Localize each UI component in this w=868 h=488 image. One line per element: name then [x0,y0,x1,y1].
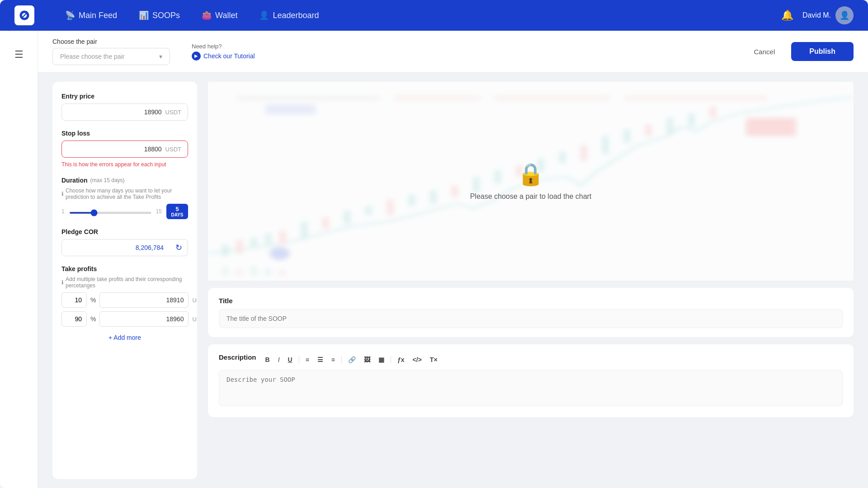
duration-label: Duration (max 15 days) [61,177,188,184]
help-label: Need help? [192,43,255,50]
entry-price-currency: USDT [165,109,181,116]
take-profits-group: Take profits ℹ Add multiple take profits… [61,265,188,345]
publish-button[interactable]: Publish [791,42,854,61]
nav-label-soops: SOOPs [152,11,180,20]
add-more-button[interactable]: + Add more [61,330,188,345]
toolbar-formula-button[interactable]: ƒx [396,355,406,364]
nav-item-soops[interactable]: 📊 SOOPs [130,7,189,24]
chart-lock-text: Please choose a pair to load the chart [470,192,592,201]
duration-slider[interactable] [69,212,151,214]
lock-icon: 🔒 [517,162,544,187]
duration-group: Duration (max 15 days) ℹ Choose how many… [61,177,188,219]
stop-loss-input[interactable]: 18800 USDT [61,141,188,158]
tp-percent-input-1[interactable] [61,292,87,308]
toolbar-underline-button[interactable]: U [286,355,294,364]
title-section-label: Title [219,297,843,305]
toolbar-justify-button[interactable]: ≡ [330,355,337,364]
user-menu[interactable]: David M. 👤 [802,6,854,24]
take-profits-sublabel: ℹ Add multiple take profits and their co… [61,276,188,289]
play-icon: ▶ [192,52,201,61]
page-wrapper: Choose the pair Please choose the pair ▾… [38,31,868,488]
tp-price-input-1[interactable] [99,292,189,308]
slider-max-label: 15 [156,208,162,215]
sub-header: Choose the pair Please choose the pair ▾… [38,31,868,73]
toolbar-sep-1 [299,356,299,363]
stop-loss-label: Stop loss [61,130,188,137]
tp-percent-symbol-1: % [90,296,96,304]
main-content: ☰ Choose the pair Please choose the pair… [0,31,868,488]
tutorial-link[interactable]: ▶ Check our Tutorial [192,52,255,61]
stop-loss-error: This is how the errors appear for each i… [61,161,188,168]
tp-currency-2: USDT [192,316,197,323]
nav-item-main-feed[interactable]: 📡 Main Feed [56,7,126,24]
toolbar-ul-button[interactable]: ☰ [316,355,325,364]
content-area: Entry price 18900 USDT Stop loss 18800 U… [38,73,868,488]
tp-percent-symbol-2: % [90,315,96,323]
tp-price-input-2[interactable] [99,311,189,327]
toolbar-table-button[interactable]: ▦ [377,355,386,364]
pair-label: Choose the pair [52,38,170,45]
duration-slider-row: 1 15 5 DAYS [61,204,188,219]
nav-item-leaderboard[interactable]: 👤 Leaderboard [250,7,328,24]
duration-slider-wrapper [69,207,151,216]
action-buttons: Cancel Publish [745,42,854,61]
navbar-right: 🔔 David M. 👤 [781,6,854,24]
tp-percent-input-2[interactable] [61,311,87,327]
title-section: Title [208,288,854,337]
sidebar-menu-icon[interactable]: ☰ [10,44,28,65]
desc-toolbar: B I U ≡ ☰ ≡ 🔗 🖼 ▦ ƒx [264,355,439,364]
avatar: 👤 [835,6,854,24]
pair-select-dropdown[interactable]: Please choose the pair ▾ [52,48,170,65]
entry-price-input[interactable]: 18900 USDT [61,103,188,121]
app-logo[interactable] [14,5,34,25]
toolbar-sep-3 [391,356,391,363]
pledge-cor-input[interactable] [62,239,170,256]
sidebar: ☰ [0,31,38,488]
duration-sublabel: ℹ Choose how many days you want to let y… [61,188,188,200]
toolbar-sep-2 [341,356,342,363]
pledge-cor-input-wrapper: ↻ [61,239,188,256]
nav-label-main-feed: Main Feed [79,11,117,20]
wifi-icon: 📡 [65,10,75,20]
toolbar-clear-button[interactable]: T× [428,355,439,364]
toolbar-code-button[interactable]: </> [411,355,424,364]
nav-item-wallet[interactable]: 👛 Wallet [193,7,246,24]
pledge-refresh-button[interactable]: ↻ [170,243,188,253]
toolbar-ol-button[interactable]: ≡ [304,355,311,364]
pair-select-placeholder: Please choose the pair [60,53,124,60]
nav-label-wallet: Wallet [215,11,237,20]
duration-max-label: (max 15 days) [90,177,125,183]
toolbar-bold-button[interactable]: B [264,355,272,364]
pledge-cor-group: Pledge COR ↻ [61,228,188,256]
tutorial-link-text: Check our Tutorial [203,52,255,60]
info-icon: ℹ [61,191,64,197]
entry-price-value: 18900 [144,108,162,116]
entry-price-group: Entry price 18900 USDT [61,93,188,121]
take-profit-row-2: % USDT ✕ [61,311,188,327]
cancel-button[interactable]: Cancel [745,43,784,60]
toolbar-image-button[interactable]: 🖼 [362,355,372,364]
pair-chooser: Choose the pair Please choose the pair ▾ [52,38,170,65]
entry-price-label: Entry price [61,93,188,100]
pledge-cor-label: Pledge COR [61,228,188,235]
person-icon: 👤 [259,10,269,20]
nav-label-leaderboard: Leaderboard [273,11,319,20]
desc-section: Description B I U ≡ ☰ ≡ 🔗 🖼 ▦ [208,344,854,417]
duration-days-badge: 5 DAYS [166,204,188,219]
stop-loss-currency: USDT [165,146,181,153]
info-icon-tp: ℹ [61,279,64,286]
left-panel: Entry price 18900 USDT Stop loss 18800 U… [52,82,197,479]
title-input[interactable] [219,309,843,328]
desc-section-label: Description [219,353,256,361]
wallet-icon: 👛 [202,10,212,20]
chart-lock: 🔒 Please choose a pair to load the chart [470,162,592,201]
take-profits-label: Take profits [61,265,188,272]
toolbar-italic-button[interactable]: I [276,355,282,364]
stop-loss-value: 18800 [144,145,162,153]
right-panel: 🔒 Please choose a pair to load the chart… [208,82,854,479]
take-profit-row-1: % USDT ✕ [61,292,188,308]
desc-textarea[interactable] [219,370,843,406]
desc-header: Description B I U ≡ ☰ ≡ 🔗 🖼 ▦ [219,353,843,366]
toolbar-link-button[interactable]: 🔗 [346,355,358,364]
notification-bell-icon[interactable]: 🔔 [781,9,793,21]
